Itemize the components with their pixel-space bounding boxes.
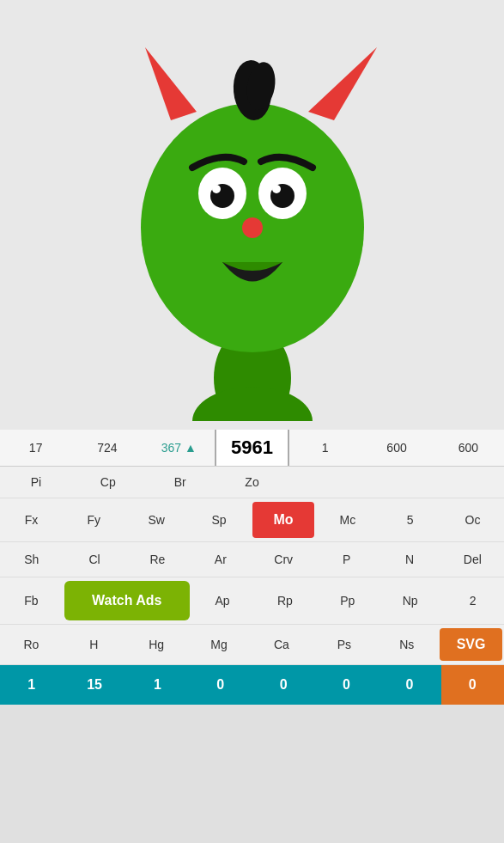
cell-sh[interactable]: Sh: [0, 544, 63, 575]
bottom-row: 1 15 1 0 0 0 0 0: [0, 665, 504, 705]
cell-mg[interactable]: Mg: [188, 629, 251, 660]
cell-mo[interactable]: Mo: [252, 502, 315, 538]
cell-ps[interactable]: Ps: [313, 629, 375, 660]
label-zo[interactable]: Zo: [216, 472, 288, 492]
label-empty2: [360, 479, 432, 486]
cell-fy[interactable]: Fy: [63, 504, 125, 535]
cell-p[interactable]: P: [315, 544, 378, 575]
svg-marker-7: [145, 47, 197, 120]
cell-fx[interactable]: Fx: [0, 504, 63, 535]
cell-svg[interactable]: SVG: [440, 628, 502, 661]
cell-5[interactable]: 5: [379, 504, 441, 535]
num-600a: 600: [361, 434, 432, 461]
label-br[interactable]: Br: [144, 472, 216, 492]
character-area: [0, 0, 504, 430]
label-empty1: [288, 479, 360, 486]
score-0e: 0: [441, 665, 504, 705]
cell-re[interactable]: Re: [126, 544, 189, 575]
num-1: 1: [289, 434, 361, 461]
row-fb: Fb Watch Ads Ap Rp Pp Np 2: [0, 577, 504, 625]
grid-area: 17 724 367 ▲ 5961 1 600 600 Pi Cp Br Zo …: [0, 430, 504, 705]
cell-sp[interactable]: Sp: [188, 504, 251, 535]
num-367: 367 ▲: [143, 434, 215, 461]
score-0c: 0: [315, 665, 378, 705]
number-row: 17 724 367 ▲ 5961 1 600 600: [0, 430, 504, 467]
num-600b: 600: [433, 434, 504, 461]
cell-ro[interactable]: Ro: [0, 629, 63, 660]
cell-ar[interactable]: Ar: [189, 544, 252, 575]
cell-oc[interactable]: Oc: [441, 504, 504, 535]
svg-point-15: [242, 217, 263, 238]
cell-ap[interactable]: Ap: [191, 585, 254, 616]
watch-ads-button[interactable]: Watch Ads: [64, 581, 190, 620]
label-row: Pi Cp Br Zo: [0, 467, 504, 498]
score-1a: 1: [0, 665, 63, 705]
svg-marker-8: [308, 47, 377, 120]
cell-del[interactable]: Del: [441, 544, 504, 575]
label-cp[interactable]: Cp: [72, 472, 144, 492]
svg-point-14: [272, 185, 281, 193]
cell-2[interactable]: 2: [441, 585, 504, 616]
score-0d: 0: [378, 665, 440, 705]
cell-np[interactable]: Np: [379, 585, 441, 616]
score-0a: 0: [189, 665, 252, 705]
cell-n[interactable]: N: [378, 544, 440, 575]
cell-cl[interactable]: Cl: [63, 544, 125, 575]
svg-point-1: [192, 387, 313, 421]
cell-fb[interactable]: Fb: [0, 585, 63, 616]
cell-sw[interactable]: Sw: [125, 504, 188, 535]
score-1b: 1: [126, 665, 189, 705]
cell-hg[interactable]: Hg: [125, 629, 188, 660]
row-sh: Sh Cl Re Ar Crv P N Del: [0, 542, 504, 577]
label-pi[interactable]: Pi: [0, 472, 72, 492]
cell-mc[interactable]: Mc: [316, 504, 379, 535]
num-5961: 5961: [215, 430, 289, 466]
row-ro: Ro H Hg Mg Ca Ps Ns SVG: [0, 625, 504, 665]
cell-rp[interactable]: Rp: [254, 585, 317, 616]
row-fx: Fx Fy Sw Sp Mo Mc 5 Oc: [0, 498, 504, 542]
cell-pp[interactable]: Pp: [316, 585, 379, 616]
num-17: 17: [0, 434, 71, 461]
svg-point-13: [212, 185, 221, 193]
cell-ns[interactable]: Ns: [375, 629, 438, 660]
score-0b: 0: [252, 665, 315, 705]
num-724: 724: [71, 434, 143, 461]
score-15: 15: [63, 665, 125, 705]
monster-character: [102, 9, 403, 421]
cell-crv[interactable]: Crv: [252, 544, 315, 575]
label-empty3: [432, 479, 504, 486]
cell-ca[interactable]: Ca: [251, 629, 313, 660]
cell-h[interactable]: H: [63, 629, 125, 660]
